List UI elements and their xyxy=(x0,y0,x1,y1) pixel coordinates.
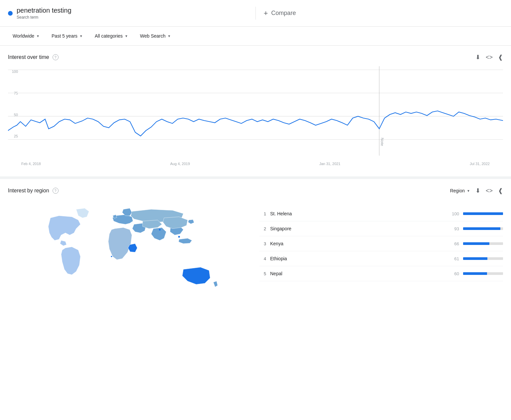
x-label-1: Feb 4, 2018 xyxy=(21,162,41,166)
download-icon-time[interactable]: ⬇ xyxy=(475,54,480,61)
chart-wrapper: 100 75 50 25 Note xyxy=(8,66,503,159)
x-label-3: Jan 31, 2021 xyxy=(319,162,341,166)
rank-num-5: 5 xyxy=(259,271,266,276)
section-header-time: Interest over time ? ⬇ <> ❰ xyxy=(8,54,503,61)
x-axis-labels: Feb 4, 2018 Aug 4, 2019 Jan 31, 2021 Jul… xyxy=(8,159,503,166)
svg-text:Note: Note xyxy=(380,138,385,146)
section-actions-time: ⬇ <> ❰ xyxy=(475,54,503,61)
compare-plus-icon: + xyxy=(264,9,268,18)
term-color-dot xyxy=(8,11,13,16)
rank-bar-container-4 xyxy=(463,257,503,260)
help-icon-time[interactable]: ? xyxy=(53,54,59,60)
rank-num-3: 3 xyxy=(259,241,266,246)
rank-score-1: 100 xyxy=(448,211,459,216)
chart-area: Note xyxy=(8,66,503,159)
compare-label: Compare xyxy=(271,10,296,17)
section-title-time: Interest over time xyxy=(8,54,49,60)
search-term-text: penetration testing xyxy=(17,7,72,14)
section-title-region: Interest by region xyxy=(8,188,49,194)
time-filter-label: Past 5 years xyxy=(52,33,78,39)
embed-icon-region[interactable]: <> xyxy=(486,187,493,194)
rank-bar-3 xyxy=(463,242,489,245)
search-term-label: Search term xyxy=(17,15,72,20)
download-icon-region[interactable]: ⬇ xyxy=(475,187,480,194)
interest-by-region-section: Interest by region ? Region ▼ ⬇ <> ❰ xyxy=(0,176,511,323)
rank-bar-container-3 xyxy=(463,242,503,245)
rank-num-2: 2 xyxy=(259,226,266,231)
map-container xyxy=(8,200,252,313)
svg-point-7 xyxy=(178,236,180,237)
rank-score-3: 66 xyxy=(448,241,459,246)
region-content: 1 St. Helena 100 2 Singapore 93 3 Kenya xyxy=(8,200,503,313)
rank-bar-container-1 xyxy=(463,212,503,215)
rank-bar-container-2 xyxy=(463,227,503,230)
chart-svg: Note xyxy=(8,66,503,159)
share-icon-region[interactable]: ❰ xyxy=(498,187,503,194)
search-type-chevron-icon: ▼ xyxy=(167,34,171,38)
embed-icon-time[interactable]: <> xyxy=(486,54,493,61)
rank-score-2: 93 xyxy=(448,226,459,231)
header: penetration testing Search term + Compar… xyxy=(0,0,511,27)
section-title-group-region: Interest by region ? xyxy=(8,188,59,194)
region-chevron-icon: ▼ xyxy=(36,34,40,38)
search-type-filter-button[interactable]: Web Search ▼ xyxy=(135,31,176,41)
rank-score-4: 61 xyxy=(448,256,459,261)
section-title-group-time: Interest over time ? xyxy=(8,54,59,60)
section-actions-region: Region ▼ ⬇ <> ❰ xyxy=(450,187,503,194)
rank-row-5: 5 Nepal 60 xyxy=(259,266,503,281)
category-chevron-icon: ▼ xyxy=(125,34,128,38)
rank-name-4: Ethiopia xyxy=(270,256,444,261)
x-label-2: Aug 4, 2019 xyxy=(170,162,190,166)
rank-bar-4 xyxy=(463,257,487,260)
rank-name-2: Singapore xyxy=(270,226,444,231)
category-filter-button[interactable]: All categories ▼ xyxy=(90,31,133,41)
rank-row-1: 1 St. Helena 100 xyxy=(259,206,503,221)
svg-point-8 xyxy=(111,256,112,257)
rank-bar-container-5 xyxy=(463,272,503,275)
x-label-4: Jul 31, 2022 xyxy=(470,162,490,166)
region-type-chevron-icon: ▼ xyxy=(467,189,470,193)
rank-bar-5 xyxy=(463,272,487,275)
rank-bar-1 xyxy=(463,212,503,215)
rank-row-4: 4 Ethiopia 61 xyxy=(259,251,503,266)
section-header-region: Interest by region ? Region ▼ ⬇ <> ❰ xyxy=(8,187,503,194)
world-map-svg xyxy=(33,205,226,308)
rank-name-3: Kenya xyxy=(270,241,444,246)
rank-name-5: Nepal xyxy=(270,271,444,276)
svg-point-9 xyxy=(159,229,161,230)
rank-row-3: 3 Kenya 66 xyxy=(259,236,503,251)
share-icon-time[interactable]: ❰ xyxy=(498,54,503,61)
region-filter-label: Worldwide xyxy=(13,33,34,39)
region-filter-button[interactable]: Worldwide ▼ xyxy=(8,31,44,41)
region-type-filter[interactable]: Region ▼ xyxy=(450,188,470,193)
rank-name-1: St. Helena xyxy=(270,211,444,216)
compare-section[interactable]: + Compare xyxy=(256,9,503,18)
rank-row-2: 2 Singapore 93 xyxy=(259,221,503,236)
interest-over-time-section: Interest over time ? ⬇ <> ❰ 100 75 50 25 xyxy=(0,46,511,176)
search-term-section: penetration testing Search term xyxy=(8,7,256,20)
search-type-filter-label: Web Search xyxy=(140,33,166,39)
filters-bar: Worldwide ▼ Past 5 years ▼ All categorie… xyxy=(0,27,511,46)
category-filter-label: All categories xyxy=(95,33,123,39)
rank-bar-2 xyxy=(463,227,500,230)
rankings-list: 1 St. Helena 100 2 Singapore 93 3 Kenya xyxy=(259,200,503,313)
time-chevron-icon: ▼ xyxy=(80,34,83,38)
rank-num-4: 4 xyxy=(259,256,266,261)
rank-num-1: 1 xyxy=(259,211,266,216)
rank-score-5: 60 xyxy=(448,271,459,276)
help-icon-region[interactable]: ? xyxy=(53,188,59,194)
region-type-label: Region xyxy=(450,188,465,193)
term-info: penetration testing Search term xyxy=(17,7,72,20)
time-filter-button[interactable]: Past 5 years ▼ xyxy=(47,31,87,41)
